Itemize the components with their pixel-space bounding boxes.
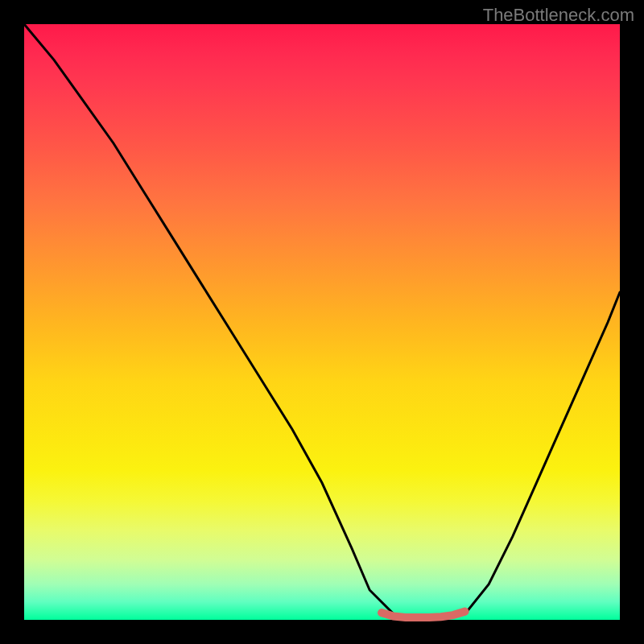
chart-svg [24,24,620,620]
bottleneck-curve [24,24,620,620]
flat-zone-marker [382,612,465,617]
watermark-text: TheBottleneck.com [483,5,634,26]
